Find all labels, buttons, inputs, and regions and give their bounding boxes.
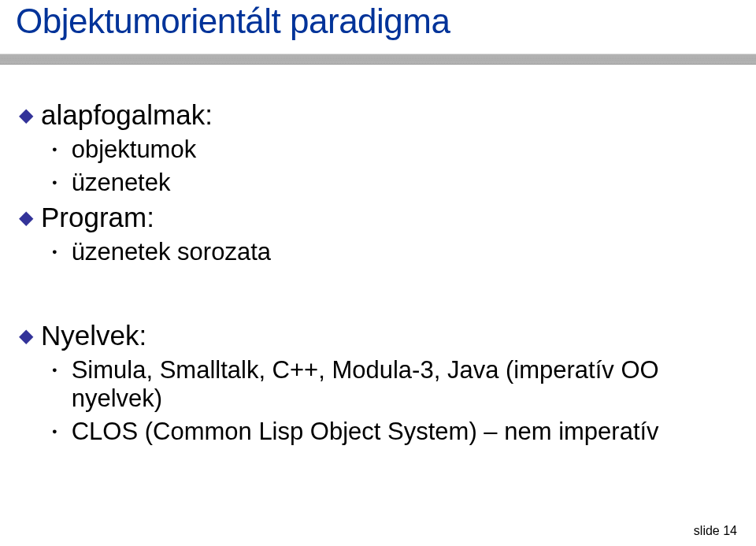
section-heading: Nyelvek: xyxy=(41,320,146,351)
list-item: ● CLOS (Common Lisp Object System) – nem… xyxy=(52,418,737,446)
list-item: ● objektumok xyxy=(52,136,737,164)
list-item-text: objektumok xyxy=(72,136,197,164)
section-heading: alapfogalmak: xyxy=(41,99,213,131)
section-program: ◆ Program: xyxy=(19,202,737,233)
diamond-bullet-icon: ◆ xyxy=(19,325,33,347)
dot-bullet-icon: ● xyxy=(52,426,57,436)
list-item-text: üzenetek xyxy=(72,169,171,197)
dot-bullet-icon: ● xyxy=(52,247,57,256)
dot-bullet-icon: ● xyxy=(52,365,57,374)
list-item-text: üzenetek sorozata xyxy=(72,238,271,266)
diamond-bullet-icon: ◆ xyxy=(19,104,33,126)
section-heading: Program: xyxy=(41,202,154,233)
list-item: ● üzenetek xyxy=(52,169,737,197)
list-item: ● Simula, Smalltalk, C++, Modula-3, Java… xyxy=(52,356,737,413)
diamond-bullet-icon: ◆ xyxy=(19,206,33,228)
dot-bullet-icon: ● xyxy=(52,177,57,187)
section-nyelvek: ◆ Nyelvek: xyxy=(19,320,737,351)
section-alapfogalmak: ◆ alapfogalmak: xyxy=(19,99,737,131)
content-area: ◆ alapfogalmak: ● objektumok ● üzenetek … xyxy=(19,95,737,451)
title-divider xyxy=(0,54,756,65)
slide-number: slide 14 xyxy=(694,524,737,538)
list-item: ● üzenetek sorozata xyxy=(52,238,737,266)
spacer xyxy=(19,271,737,315)
list-item-text: CLOS (Common Lisp Object System) – nem i… xyxy=(72,418,659,446)
page-title: Objektumorientált paradigma xyxy=(16,2,450,41)
slide: Objektumorientált paradigma ◆ alapfogalm… xyxy=(0,0,756,546)
dot-bullet-icon: ● xyxy=(52,144,57,154)
list-item-text: Simula, Smalltalk, C++, Modula-3, Java (… xyxy=(72,356,737,413)
